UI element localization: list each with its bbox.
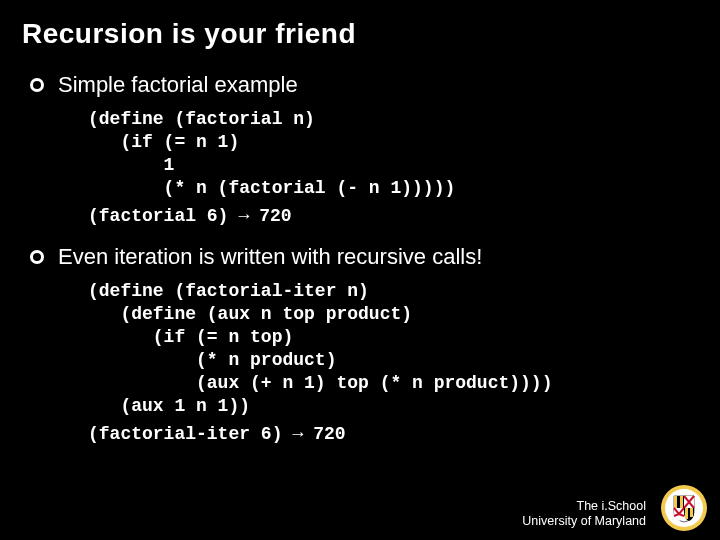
code-block-factorial: (define (factorial n) (if (= n 1) 1 (* n… [88,108,720,200]
code-block-factorial-iter: (define (factorial-iter n) (define (aux … [88,280,720,418]
arrow-icon: → [238,206,249,226]
svg-rect-4 [680,496,683,508]
slide-title: Recursion is your friend [0,0,720,64]
svg-rect-3 [674,496,677,508]
code-result-line: (factorial 6) → 720 [88,206,720,226]
code-result: 720 [313,424,345,444]
bullet-item: Simple factorial example [30,72,720,98]
bullet-item: Even iteration is written with recursive… [30,244,720,270]
bullet-text: Even iteration is written with recursive… [58,244,482,270]
umd-seal-icon [660,484,708,532]
footer-line-2: University of Maryland [522,514,646,530]
code-call: (factorial 6) [88,206,228,226]
bullet-icon [30,250,44,264]
bullet-text: Simple factorial example [58,72,298,98]
bullet-icon [30,78,44,92]
footer: The i.School University of Maryland [522,499,646,530]
arrow-icon: → [292,424,303,444]
slide-body: Simple factorial example (define (factor… [0,72,720,444]
code-result: 720 [259,206,291,226]
code-result-line: (factorial-iter 6) → 720 [88,424,720,444]
svg-rect-6 [685,508,688,519]
footer-line-1: The i.School [522,499,646,515]
svg-rect-7 [690,508,693,517]
code-call: (factorial-iter 6) [88,424,282,444]
